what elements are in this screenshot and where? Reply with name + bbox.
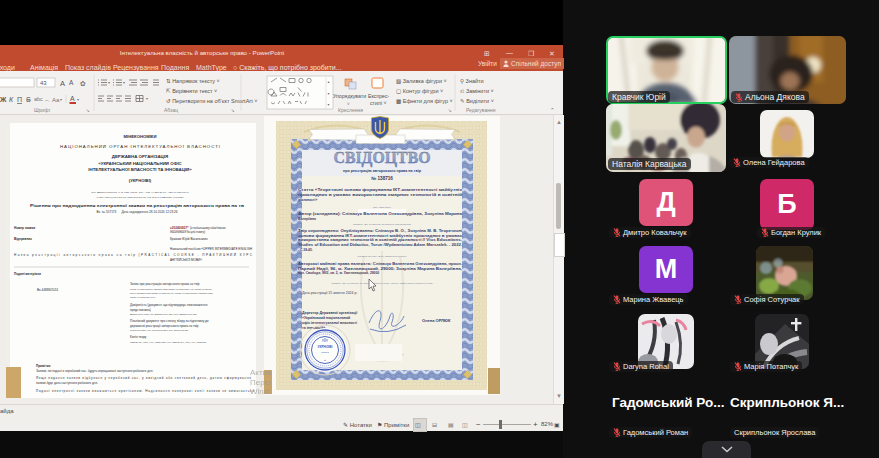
svg-text:СВІДОЦТВО: СВІДОЦТВО [334,148,431,167]
svg-text:стилі ˅: стилі ˅ [370,100,387,106]
svg-text:А: А [69,79,74,86]
svg-text:Відправник: Відправник [14,237,32,241]
svg-text:Навчальний посібник «UPPER INT: Навчальний посібник «UPPER INTERMEDIATE … [170,247,252,251]
svg-text:Олена ОРЛЮК: Олена ОРЛЮК [422,318,451,323]
svg-text:Експрес-: Експрес- [368,93,390,99]
svg-text:▧ Заливка фігури ˅: ▧ Заливка фігури ˅ [396,78,447,84]
svg-text:Рішення про надходження електр: Рішення про надходження електронної заяв… [30,204,244,208]
svg-text:рацію авторського права на тві: рацію авторського права на твір.bff.xml;… [129,292,213,295]
svg-text:▾: ▾ [123,80,125,85]
svg-text:Заява на реєстрацію авторськог: Заява на реєстрацію авторського права на… [130,288,213,291]
svg-text:ДЕРЖАВНА ОРГАНІЗАЦІЯ: ДЕРЖАВНА ОРГАНІЗАЦІЯ [112,154,168,159]
svg-text:Ж: Ж [0,96,7,103]
svg-text:Дата реєстрації 15 жовтня 2024: Дата реєстрації 15 жовтня 2024 р. [302,291,357,295]
svg-text:▾: ▾ [60,97,62,102]
svg-text:№ 138716: № 138716 [371,176,393,181]
svg-text:▢ Контур фігури ˅: ▢ Контур фігури ˅ [396,88,443,94]
svg-text:діяльності»: діяльності» [298,198,317,202]
svg-text:Подані електронні заявки вважа: Подані електронні заявки вважаються ориг… [36,389,254,393]
svg-text:⚲ Знайти: ⚲ Знайти [460,78,484,84]
svg-text:✎ Виділити ˅: ✎ Виділити ˅ [460,98,494,104]
svg-text:вул. Дмитра Годзенка, 1, м. Ки: вул. Дмитра Годзенка, 1, м. Київ, 01601,… [92,191,189,194]
svg-text:вул. Свободи, 99/2, кв. 2, м.: вул. Свободи, 99/2, кв. 2, м. Хмельницьк… [298,271,379,275]
svg-text:Якщо подання заявки відбулася: Якщо подання заявки відбулася у неробочи… [36,376,251,380]
svg-text:Валеріївна: Валеріївна [298,217,316,221]
svg-text:Україна: Україна [321,351,329,353]
svg-text:▾: ▾ [328,91,330,96]
svg-text:Стаття «Теоретичні основи форм: Стаття «Теоретичні основи формування ІКТ… [298,188,462,192]
svg-text:Назва реєстрації авторського п: Назва реєстрації авторського права на тв… [14,253,253,257]
svg-text:Заявки, які подані в неробочий: Заявки, які подані в неробочий час, буду… [36,369,153,373]
svg-text:Директор Державної організації: Директор Державної організації [302,311,358,315]
svg-text:Примітка:: Примітка: [36,364,51,368]
svg-text:Вх. № 557173 Дата надходж: Вх. № 557173 Дата надходження 28.10.2024… [97,210,178,214]
svg-text:Шрифт: Шрифт [34,107,51,113]
svg-text:Studies of Education and Didac: Studies of Education and Didactics, Toru… [298,243,462,247]
svg-text:Довіреність.index.xml; Довірен: Довіреність.index.xml; Довіреність.pdf.1… [129,313,197,316]
svg-text:посилатися на цей номер): посилатися на цей номер) [170,230,205,234]
svg-text:↺ Перетворити на об'єкт SmartA: ↺ Перетворити на об'єкт SmartArt ˅ [166,98,257,104]
svg-text:S: S [26,96,31,103]
svg-text:Подані матеріали: Подані матеріали [14,272,41,276]
svg-text:Кравчик Юрій Васильович: Кравчик Юрій Васильович [170,237,208,241]
svg-text:основи формування ІКТ-компетен: основи формування ІКТ-компетентності май… [298,234,462,238]
svg-text:«Український національний: «Український національний [302,316,350,320]
svg-text:Aa: Aa [52,97,60,103]
svg-text:державної реєстрації авторсько: державної реєстрації авторського права н… [130,324,199,328]
svg-text:Номер заявки: Номер заявки [14,226,35,230]
svg-text:Заява про реєстрацію авторсько: Заява про реєстрацію авторського права н… [130,282,200,286]
svg-text:▾: ▾ [108,80,110,85]
svg-text:ІНТЕЛЕКТУАЛЬНОЇ ВЛАСНОСТІ ТА І: ІНТЕЛЕКТУАЛЬНОЇ ВЛАСНОСТІ ТА ІННОВАЦІЙ» [88,167,192,172]
svg-text:⌃: ⌃ [550,107,555,113]
svg-text:Парний Надії, 96, м. Хмельниць: Парний Надії, 96, м. Хмельницький, 29000… [298,267,462,271]
svg-text:про реєстрацію авторського пра: про реєстрацію авторського права на твір [343,169,422,173]
svg-text:ПОСІБНИК_Inter_HUV_2022.index.: ПОСІБНИК_Inter_HUV_2022.index.xml; ПОСІБ… [130,341,206,344]
svg-text:︵: ︵ [44,97,50,103]
svg-text:↘: ↘ [231,108,235,113]
svg-text:А: А [60,79,65,88]
svg-text:«УКРАЇНСЬКИЙ НАЦІОНАЛЬНИЙ ОФІС: «УКРАЇНСЬКИЙ НАЦІОНАЛЬНИЙ ОФІС [98,161,182,166]
svg-text:abc: abc [34,96,43,102]
svg-text:А: А [70,95,75,102]
svg-text:АНГЛІЙСЬКОЇ МОВИ»: АНГЛІЙСЬКОЇ МОВИ» [170,258,202,262]
svg-text:Твір оприлюднено: Опублікуванн: Твір оприлюднено: Опублікування: Сліпачу… [298,229,462,233]
svg-text:Абзац: Абзац [164,107,178,113]
svg-text:↘: ↘ [86,108,90,113]
svg-text:⇱ Вирівняти текст ˅: ⇱ Вирівняти текст ˅ [166,88,217,94]
svg-text:⇅ Напрямок тексту ˅: ⇅ Напрямок тексту ˅ [166,78,220,84]
svg-text:заявки буде дата наступного ро: заявки буде дата наступного робочого дня… [36,381,98,385]
svg-text:- С.38-45.: - С.38-45. [298,248,313,252]
svg-text:офіс інтелектуальної власності: офіс інтелектуальної власності [302,321,357,325]
svg-text:Автор (складання): Сліпачук Ва: Автор (складання): Сліпачук Валентина Ол… [298,212,462,216]
svg-text:Платіжний документ про сплату: Платіжний документ про сплату збору за п… [130,319,209,323]
svg-text:Упорядкувати: Упорядкувати [333,93,366,99]
svg-text:прикладних в умовах використан: прикладних в умовах використання хмарних… [298,193,462,197]
svg-text:представника): представника) [130,308,151,312]
svg-text:▾: ▾ [146,96,148,101]
svg-text:П: П [17,96,22,103]
svg-text:Авторські майнові права належа: Авторські майнові права належать: Сліпач… [298,262,462,266]
svg-text:Редагування: Редагування [466,107,496,113]
svg-text:⎌ Замінити ˅: ⎌ Замінити ˅ [460,88,494,94]
svg-text:Копія твору: Копія твору [130,335,147,339]
svg-text:права на твір.pdf.1.p7s: права на твір.pdf.1.p7s [130,296,156,298]
svg-text:МІНЕКОНОМІКИ: МІНЕКОНОМІКИ [124,134,157,139]
svg-text:Вх-44888/2024: Вх-44888/2024 [37,288,58,292]
svg-text:▾: ▾ [328,102,330,107]
svg-text:▩ Ефекти для фігур ˅: ▩ Ефекти для фігур ˅ [396,98,453,104]
svg-text:e-mail: office@nipo.gov.ua, ww: e-mail: office@nipo.gov.ua, www.nipo.gov… [96,196,184,199]
svg-text:↘: ↘ [448,108,452,113]
svg-text:Довіреність (документ, що підт: Довіреність (документ, що підтверджує по… [130,303,208,307]
svg-text:(УКРНОІВІ): (УКРНОІВІ) [129,178,152,183]
svg-text:✿: ✿ [80,80,86,87]
svg-text:НАЦІОНАЛЬНИЙ ОРГАН ІНТЕЛЕКТУАЛ: НАЦІОНАЛЬНИЙ ОРГАН ІНТЕЛЕКТУАЛЬНОЇ ВЛАСН… [60,144,220,149]
svg-text:▾: ▾ [77,97,79,102]
svg-text:Сплачено.index.xml; Сплачено.p: Сплачено.index.xml; Сплачено.pdf.1.p7s; … [130,329,188,332]
svg-text:УКРНОІВІ: УКРНОІВІ [318,345,333,349]
svg-text:▴: ▴ [328,79,330,84]
svg-text:Креслення: Креслення [338,107,363,113]
svg-text:(відомості про дату і місце оп: (відомості про дату і місце оприлюднення… [357,255,407,257]
svg-text:43: 43 [40,80,47,86]
svg-text:використання хмарних технологі: використання хмарних технологій в освітн… [298,238,462,242]
